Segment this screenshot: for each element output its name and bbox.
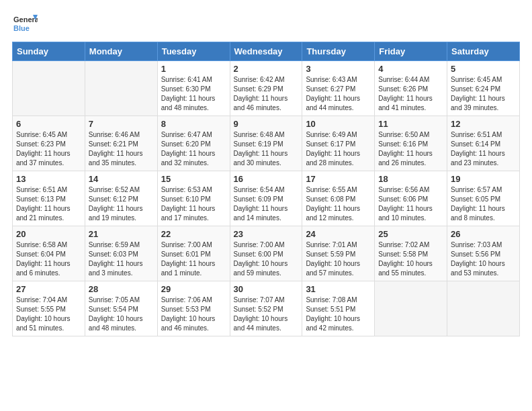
calendar-cell: 21Sunrise: 6:59 AM Sunset: 6:03 PM Dayli… [85,226,157,281]
day-number: 25 [378,229,443,239]
day-info: Sunrise: 7:03 AM Sunset: 5:56 PM Dayligh… [451,240,516,278]
day-number: 23 [234,229,299,239]
day-number: 17 [306,174,371,184]
calendar-cell: 27Sunrise: 7:04 AM Sunset: 5:55 PM Dayli… [13,281,85,336]
day-info: Sunrise: 6:57 AM Sunset: 6:05 PM Dayligh… [451,185,516,223]
day-info: Sunrise: 6:49 AM Sunset: 6:17 PM Dayligh… [306,130,371,168]
calendar-cell: 19Sunrise: 6:57 AM Sunset: 6:05 PM Dayli… [447,171,520,226]
day-number: 26 [451,229,516,239]
day-number: 2 [234,64,299,74]
header-day-saturday: Saturday [447,42,520,61]
day-info: Sunrise: 6:59 AM Sunset: 6:03 PM Dayligh… [89,240,154,278]
calendar-table: SundayMondayTuesdayWednesdayThursdayFrid… [12,42,520,336]
calendar-cell: 4Sunrise: 6:44 AM Sunset: 6:26 PM Daylig… [375,61,447,116]
day-info: Sunrise: 7:00 AM Sunset: 6:01 PM Dayligh… [161,240,226,278]
calendar-cell: 29Sunrise: 7:06 AM Sunset: 5:53 PM Dayli… [157,281,230,336]
day-number: 28 [89,284,154,294]
day-number: 12 [451,119,516,129]
day-number: 21 [89,229,154,239]
calendar-cell: 5Sunrise: 6:45 AM Sunset: 6:24 PM Daylig… [447,61,520,116]
day-number: 29 [161,284,226,294]
day-number: 4 [378,64,443,74]
calendar-cell: 23Sunrise: 7:00 AM Sunset: 6:00 PM Dayli… [230,226,302,281]
day-info: Sunrise: 6:56 AM Sunset: 6:06 PM Dayligh… [378,185,443,223]
day-number: 3 [306,64,371,74]
calendar-cell: 30Sunrise: 7:07 AM Sunset: 5:52 PM Dayli… [230,281,302,336]
header: General Blue [7,7,525,39]
day-number: 14 [89,174,154,184]
day-number: 5 [451,64,516,74]
day-info: Sunrise: 6:50 AM Sunset: 6:16 PM Dayligh… [378,130,443,168]
day-number: 16 [234,174,299,184]
day-number: 20 [16,229,81,239]
calendar-cell: 8Sunrise: 6:47 AM Sunset: 6:20 PM Daylig… [157,116,230,171]
day-number: 8 [161,119,226,129]
day-info: Sunrise: 7:08 AM Sunset: 5:51 PM Dayligh… [306,295,371,333]
header-row: SundayMondayTuesdayWednesdayThursdayFrid… [13,42,520,61]
day-info: Sunrise: 6:51 AM Sunset: 6:14 PM Dayligh… [451,130,516,168]
day-number: 18 [378,174,443,184]
header-day-tuesday: Tuesday [157,42,230,61]
day-number: 10 [306,119,371,129]
calendar-cell [375,281,447,336]
calendar-cell: 12Sunrise: 6:51 AM Sunset: 6:14 PM Dayli… [447,116,520,171]
svg-text:Blue: Blue [13,24,30,32]
day-info: Sunrise: 6:45 AM Sunset: 6:23 PM Dayligh… [16,130,81,168]
day-number: 19 [451,174,516,184]
day-number: 1 [161,64,226,74]
week-row-3: 20Sunrise: 6:58 AM Sunset: 6:04 PM Dayli… [13,226,520,281]
week-row-1: 6Sunrise: 6:45 AM Sunset: 6:23 PM Daylig… [13,116,520,171]
day-number: 15 [161,174,226,184]
calendar-cell: 10Sunrise: 6:49 AM Sunset: 6:17 PM Dayli… [302,116,375,171]
calendar-cell: 11Sunrise: 6:50 AM Sunset: 6:16 PM Dayli… [375,116,447,171]
calendar-cell [447,281,520,336]
day-info: Sunrise: 6:55 AM Sunset: 6:08 PM Dayligh… [306,185,371,223]
logo-icon: General Blue [13,12,38,36]
day-info: Sunrise: 6:44 AM Sunset: 6:26 PM Dayligh… [378,75,443,113]
day-info: Sunrise: 7:05 AM Sunset: 5:54 PM Dayligh… [89,295,154,333]
day-number: 24 [306,229,371,239]
day-info: Sunrise: 6:58 AM Sunset: 6:04 PM Dayligh… [16,240,81,278]
day-number: 13 [16,174,81,184]
calendar-cell: 15Sunrise: 6:53 AM Sunset: 6:10 PM Dayli… [157,171,230,226]
day-number: 31 [306,284,371,294]
calendar-cell: 31Sunrise: 7:08 AM Sunset: 5:51 PM Dayli… [302,281,375,336]
header-day-sunday: Sunday [13,42,85,61]
day-info: Sunrise: 6:41 AM Sunset: 6:30 PM Dayligh… [161,75,226,113]
week-row-4: 27Sunrise: 7:04 AM Sunset: 5:55 PM Dayli… [13,281,520,336]
calendar-cell: 28Sunrise: 7:05 AM Sunset: 5:54 PM Dayli… [85,281,157,336]
day-info: Sunrise: 6:53 AM Sunset: 6:10 PM Dayligh… [161,185,226,223]
day-info: Sunrise: 6:47 AM Sunset: 6:20 PM Dayligh… [161,130,226,168]
day-number: 27 [16,284,81,294]
calendar-cell: 26Sunrise: 7:03 AM Sunset: 5:56 PM Dayli… [447,226,520,281]
day-info: Sunrise: 7:00 AM Sunset: 6:00 PM Dayligh… [234,240,299,278]
calendar-cell: 25Sunrise: 7:02 AM Sunset: 5:58 PM Dayli… [375,226,447,281]
day-info: Sunrise: 7:04 AM Sunset: 5:55 PM Dayligh… [16,295,81,333]
calendar-cell: 7Sunrise: 6:46 AM Sunset: 6:21 PM Daylig… [85,116,157,171]
calendar-cell [85,61,157,116]
day-info: Sunrise: 6:43 AM Sunset: 6:27 PM Dayligh… [306,75,371,113]
day-info: Sunrise: 7:01 AM Sunset: 5:59 PM Dayligh… [306,240,371,278]
day-number: 7 [89,119,154,129]
calendar-cell: 18Sunrise: 6:56 AM Sunset: 6:06 PM Dayli… [375,171,447,226]
calendar-cell: 16Sunrise: 6:54 AM Sunset: 6:09 PM Dayli… [230,171,302,226]
calendar-cell: 3Sunrise: 6:43 AM Sunset: 6:27 PM Daylig… [302,61,375,116]
day-info: Sunrise: 6:46 AM Sunset: 6:21 PM Dayligh… [89,130,154,168]
calendar-cell: 9Sunrise: 6:48 AM Sunset: 6:19 PM Daylig… [230,116,302,171]
header-day-thursday: Thursday [302,42,375,61]
day-number: 22 [161,229,226,239]
calendar-cell: 2Sunrise: 6:42 AM Sunset: 6:29 PM Daylig… [230,61,302,116]
day-number: 30 [234,284,299,294]
day-info: Sunrise: 6:42 AM Sunset: 6:29 PM Dayligh… [234,75,299,113]
day-number: 6 [16,119,81,129]
calendar-cell [13,61,85,116]
calendar-wrapper: SundayMondayTuesdayWednesdayThursdayFrid… [7,39,525,342]
header-day-friday: Friday [375,42,447,61]
calendar-cell: 17Sunrise: 6:55 AM Sunset: 6:08 PM Dayli… [302,171,375,226]
week-row-2: 13Sunrise: 6:51 AM Sunset: 6:13 PM Dayli… [13,171,520,226]
header-day-monday: Monday [85,42,157,61]
calendar-cell: 14Sunrise: 6:52 AM Sunset: 6:12 PM Dayli… [85,171,157,226]
day-number: 9 [234,119,299,129]
day-info: Sunrise: 7:07 AM Sunset: 5:52 PM Dayligh… [234,295,299,333]
day-info: Sunrise: 6:48 AM Sunset: 6:19 PM Dayligh… [234,130,299,168]
